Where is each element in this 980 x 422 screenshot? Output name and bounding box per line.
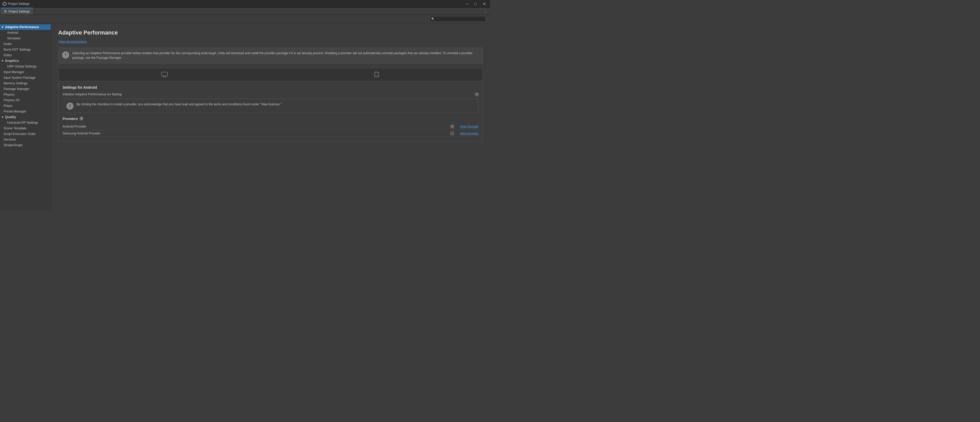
expand-arrow-graphics-icon [2,60,3,62]
providers-header: Providers ? [62,117,479,121]
sidebar-label-input-system: Input System Package [3,76,35,80]
settings-panel: Settings for Android Initialize Adaptive… [58,81,483,141]
svg-rect-2 [161,72,167,76]
restore-button[interactable]: □ [473,1,478,6]
main-layout: Adaptive Performance Android Simulator A… [0,23,490,211]
android-provider-view-licenses-link[interactable]: View licenses [460,125,479,128]
samsung-provider-name: Samsung Android Provider [62,132,450,135]
samsung-provider-view-licenses-link[interactable]: View licenses [460,132,479,135]
help-icon[interactable]: ? [80,117,83,121]
sidebar-item-package-manager[interactable]: Package Manager [0,86,51,92]
sidebar-item-physics-2d[interactable]: Physics 2D [0,98,51,103]
title-bar: U Project Settings ─ □ ✕ [0,0,490,8]
sidebar-item-editor[interactable]: Editor [0,53,51,58]
sidebar-label-universal-rp: Universal RP Settings [7,121,38,125]
sidebar-label-memory-settings: Memory Settings [3,82,27,85]
warning-text: By clicking the checkbox to install a pr… [76,102,282,107]
sidebar-item-quality[interactable]: Quality [0,114,51,120]
close-button[interactable]: ✕ [481,1,487,6]
svg-rect-6 [375,72,379,77]
info-icon: ! [62,51,69,59]
search-input[interactable] [430,16,486,22]
sidebar-item-universal-rp[interactable]: Universal RP Settings [0,120,51,126]
unity-logo-icon: U [3,2,6,6]
desktop-icon [161,72,168,77]
sidebar-item-android[interactable]: Android [0,30,51,35]
tab-project-settings[interactable]: ⚙ Project Settings [1,8,33,14]
search-icon: 🔍 [431,18,435,21]
sidebar-item-urp-global[interactable]: URP Global Settings [0,64,51,69]
tab-label: Project Settings [8,10,30,13]
sidebar-label-audio: Audio [3,42,12,46]
warning-icon: ! [67,102,73,110]
provider-row-samsung: Samsung Android Provider View licenses [62,130,479,137]
expand-arrow-quality-icon [2,117,3,118]
sidebar-label-android: Android [7,31,18,35]
sidebar-label-adaptive-performance: Adaptive Performance [5,25,39,29]
sidebar-label-services: Services [3,138,16,141]
title-bar-left: U Project Settings [3,2,30,6]
expand-arrow-icon [2,27,3,28]
gear-icon: ⚙ [4,10,7,13]
sidebar-label-scene-template: Scene Template [3,126,26,130]
sidebar-item-physics[interactable]: Physics [0,92,51,98]
warning-box: ! By clicking the checkbox to install a … [62,99,479,113]
sidebar-item-input-manager[interactable]: Input Manager [0,69,51,75]
providers-title: Providers [62,117,78,121]
page-title: Adaptive Performance [58,29,483,36]
sidebar-label-physics: Physics [3,93,14,96]
sidebar-label-player: Player [3,104,13,108]
sidebar: Adaptive Performance Android Simulator A… [0,23,51,211]
sidebar-label-graphics: Graphics [5,59,19,62]
sidebar-item-graphics[interactable]: Graphics [0,58,51,64]
sidebar-item-simulator[interactable]: Simulator [0,35,51,41]
sidebar-item-input-system[interactable]: Input System Package [0,75,51,80]
sidebar-item-memory-settings[interactable]: Memory Settings [0,80,51,86]
sidebar-label-input-manager: Input Manager [3,70,24,74]
sidebar-item-adaptive-performance[interactable]: Adaptive Performance [0,24,51,30]
sidebar-label-simulator: Simulator [7,37,21,40]
view-documentation-link[interactable]: View documentation [58,40,87,43]
initialize-checkbox[interactable] [475,93,479,96]
sidebar-item-player[interactable]: Player [0,103,51,109]
sidebar-label-package-manager: Package Manager [3,87,29,91]
settings-section-title: Settings for Android [62,85,479,90]
initialize-row: Initialize Adaptive Performance on Start… [62,93,479,96]
more-options-icon[interactable]: ⋮ [483,9,489,14]
svg-text:U: U [3,3,5,5]
minimize-button[interactable]: ─ [465,1,470,6]
tab-android[interactable] [270,68,483,81]
title-bar-controls: ─ □ ✕ [465,1,487,6]
sidebar-label-script-execution: Script Execution Order [3,132,36,136]
android-provider-checkbox[interactable] [450,125,454,128]
sidebar-label-shadergraph: ShaderGraph [3,143,23,147]
search-bar-row: 🔍 [0,15,490,23]
sidebar-item-preset-manager[interactable]: Preset Manager [0,109,51,114]
sidebar-label-urp-global: URP Global Settings [7,65,36,68]
sidebar-label-quality: Quality [5,115,16,119]
sidebar-label-preset-manager: Preset Manager [3,110,26,113]
sidebar-item-script-execution[interactable]: Script Execution Order [0,131,51,137]
sidebar-item-services[interactable]: Services [0,137,51,142]
sidebar-label-physics-2d: Physics 2D [3,98,20,102]
platform-tabs [58,68,483,81]
info-text: Selecting an Adaptive Performance provid… [72,51,479,60]
content-area: Adaptive Performance View documentation … [51,23,490,211]
tab-desktop[interactable] [59,68,270,81]
initialize-label: Initialize Adaptive Performance on Start… [62,93,472,96]
sidebar-label-burst-aot: Burst AOT Settings [3,48,31,51]
android-icon [374,71,379,78]
svg-point-10 [377,74,378,74]
samsung-provider-checkbox[interactable] [450,132,454,135]
sidebar-item-burst-aot[interactable]: Burst AOT Settings [0,47,51,53]
tab-bar: ⚙ Project Settings ⋮ [0,8,490,15]
provider-row-android: Android Provider View licenses [62,123,479,130]
sidebar-item-shadergraph[interactable]: ShaderGraph [0,142,51,148]
android-provider-name: Android Provider [62,125,450,128]
svg-point-9 [375,74,376,74]
sidebar-item-scene-template[interactable]: Scene Template [0,126,51,131]
info-box: ! Selecting an Adaptive Performance prov… [58,48,483,63]
search-wrap: 🔍 [430,16,486,22]
sidebar-label-editor: Editor [3,53,12,57]
sidebar-item-audio[interactable]: Audio [0,41,51,47]
